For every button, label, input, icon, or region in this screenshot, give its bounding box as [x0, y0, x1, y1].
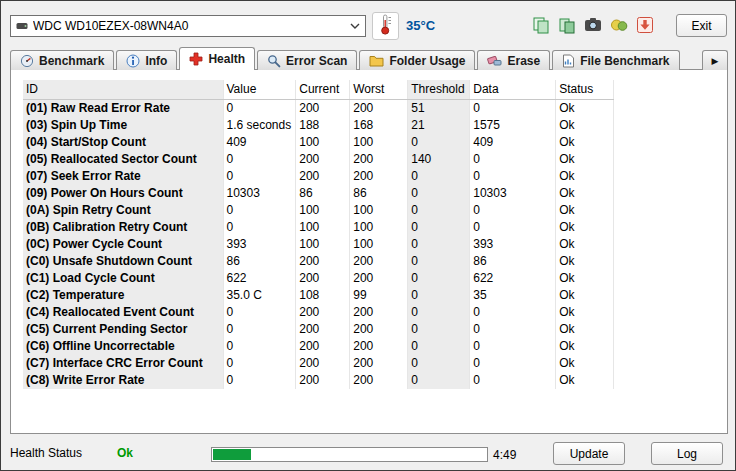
- worst-cell: 200: [350, 270, 408, 287]
- benchmark-icon: [20, 54, 34, 68]
- status-cell: Ok: [556, 134, 614, 151]
- threshold-cell: 0: [408, 304, 470, 321]
- data-cell: 0: [470, 202, 556, 219]
- info-icon: [126, 54, 140, 68]
- threshold-cell: 0: [408, 219, 470, 236]
- data-cell: 0: [470, 355, 556, 372]
- tab-scroll-right-button[interactable]: ▶: [702, 50, 728, 70]
- table-row[interactable]: (04) Start/Stop Count4091001000409Ok: [23, 134, 614, 151]
- table-row[interactable]: (C4) Reallocated Event Count020020000Ok: [23, 304, 614, 321]
- table-row[interactable]: (07) Seek Error Rate020020000Ok: [23, 168, 614, 185]
- tab-error-scan[interactable]: Error Scan: [257, 50, 357, 70]
- table-row[interactable]: (0C) Power Cycle Count3931001000393Ok: [23, 236, 614, 253]
- tab-bar: Benchmark Info Health: [10, 47, 728, 70]
- threshold-cell: 140: [408, 151, 470, 168]
- smart-table: ID Value Current Worst Threshold Data St…: [23, 80, 614, 389]
- status-cell: Ok: [556, 287, 614, 304]
- table-row[interactable]: (C1) Load Cycle Count6222002000622Ok: [23, 270, 614, 287]
- colors-icon: [610, 17, 628, 36]
- table-row[interactable]: (C5) Current Pending Sector020020000Ok: [23, 321, 614, 338]
- data-cell: 622: [470, 270, 556, 287]
- temperature-button[interactable]: [372, 12, 399, 40]
- attribute-cell: (0B) Calibration Retry Count: [23, 219, 223, 236]
- current-cell: 100: [296, 202, 350, 219]
- table-row[interactable]: (C7) Interface CRC Error Count020020000O…: [23, 355, 614, 372]
- tab-file-benchmark[interactable]: File Benchmark: [552, 50, 679, 70]
- app-window: WDC WD10EZEX-08WN4A0 35°C: [0, 0, 736, 471]
- status-cell: Ok: [556, 202, 614, 219]
- tab-label: File Benchmark: [580, 54, 669, 68]
- current-cell: 100: [296, 134, 350, 151]
- current-cell: 200: [296, 338, 350, 355]
- tab-folder-usage[interactable]: Folder Usage: [359, 50, 475, 70]
- duplicate-button[interactable]: [555, 14, 579, 38]
- attribute-cell: (0A) Spin Retry Count: [23, 202, 223, 219]
- table-row[interactable]: (09) Power On Hours Count103038686010303…: [23, 185, 614, 202]
- status-cell: Ok: [556, 236, 614, 253]
- value-cell: 0: [223, 372, 296, 389]
- status-cell: Ok: [556, 185, 614, 202]
- attribute-cell: (C4) Reallocated Event Count: [23, 304, 223, 321]
- eraser-icon: [487, 54, 502, 67]
- threshold-cell: 21: [408, 117, 470, 134]
- worst-cell: 200: [350, 168, 408, 185]
- table-row[interactable]: (C8) Write Error Rate020020000Ok: [23, 372, 614, 389]
- update-button[interactable]: Update: [553, 442, 625, 465]
- value-cell: 393: [223, 236, 296, 253]
- value-cell: 0: [223, 355, 296, 372]
- threshold-cell: 0: [408, 287, 470, 304]
- current-cell: 200: [296, 270, 350, 287]
- attribute-cell: (09) Power On Hours Count: [23, 185, 223, 202]
- status-cell: Ok: [556, 338, 614, 355]
- folder-icon: [369, 54, 384, 67]
- tab-label: Benchmark: [39, 54, 104, 68]
- table-row[interactable]: (C2) Temperature35.0 C10899035Ok: [23, 287, 614, 304]
- tab-health[interactable]: Health: [179, 47, 255, 70]
- table-row[interactable]: (05) Reallocated Sector Count02002001400…: [23, 151, 614, 168]
- screenshot-button[interactable]: [581, 14, 605, 38]
- download-button[interactable]: [633, 14, 657, 38]
- tab-label: Info: [145, 54, 167, 68]
- colors-button[interactable]: [607, 14, 631, 38]
- exit-button[interactable]: Exit: [676, 14, 727, 37]
- current-cell: 200: [296, 355, 350, 372]
- log-button[interactable]: Log: [651, 442, 723, 465]
- table-row[interactable]: (0B) Calibration Retry Count010010000Ok: [23, 219, 614, 236]
- attribute-cell: (C1) Load Cycle Count: [23, 270, 223, 287]
- table-row[interactable]: (01) Raw Read Error Rate0200200510Ok: [23, 99, 614, 117]
- attribute-cell: (0C) Power Cycle Count: [23, 236, 223, 253]
- data-cell: 409: [470, 134, 556, 151]
- worst-cell: 100: [350, 134, 408, 151]
- value-cell: 622: [223, 270, 296, 287]
- status-cell: Ok: [556, 253, 614, 270]
- worst-cell: 200: [350, 355, 408, 372]
- table-row[interactable]: (03) Spin Up Time1.6 seconds188168211575…: [23, 117, 614, 134]
- progress-fill: [213, 449, 251, 460]
- current-cell: 200: [296, 253, 350, 270]
- tab-label: Health: [208, 52, 245, 66]
- tab-info[interactable]: Info: [116, 50, 177, 70]
- drive-selector-label: WDC WD10EZEX-08WN4A0: [33, 19, 345, 33]
- progress-bar: [211, 447, 488, 462]
- temperature-label: 35°C: [406, 18, 435, 33]
- table-row[interactable]: (C6) Offline Uncorrectable020020000Ok: [23, 338, 614, 355]
- column-header-status[interactable]: Status: [556, 80, 614, 99]
- copy-button[interactable]: [529, 14, 553, 38]
- column-header-id[interactable]: ID: [23, 80, 223, 99]
- data-cell: 0: [470, 321, 556, 338]
- attribute-cell: (C8) Write Error Rate: [23, 372, 223, 389]
- tab-benchmark[interactable]: Benchmark: [10, 50, 114, 70]
- column-header-value[interactable]: Value: [223, 80, 296, 99]
- threshold-cell: 0: [408, 168, 470, 185]
- worst-cell: 200: [350, 304, 408, 321]
- tab-erase[interactable]: Erase: [477, 50, 550, 70]
- threshold-cell: 0: [408, 185, 470, 202]
- tab-label: Folder Usage: [389, 54, 465, 68]
- drive-selector[interactable]: WDC WD10EZEX-08WN4A0: [10, 15, 366, 37]
- table-row[interactable]: (C0) Unsafe Shutdown Count86200200086Ok: [23, 253, 614, 270]
- column-header-data[interactable]: Data: [470, 80, 556, 99]
- column-header-worst[interactable]: Worst: [350, 80, 408, 99]
- column-header-current[interactable]: Current: [296, 80, 350, 99]
- table-row[interactable]: (0A) Spin Retry Count010010000Ok: [23, 202, 614, 219]
- column-header-threshold[interactable]: Threshold: [408, 80, 470, 99]
